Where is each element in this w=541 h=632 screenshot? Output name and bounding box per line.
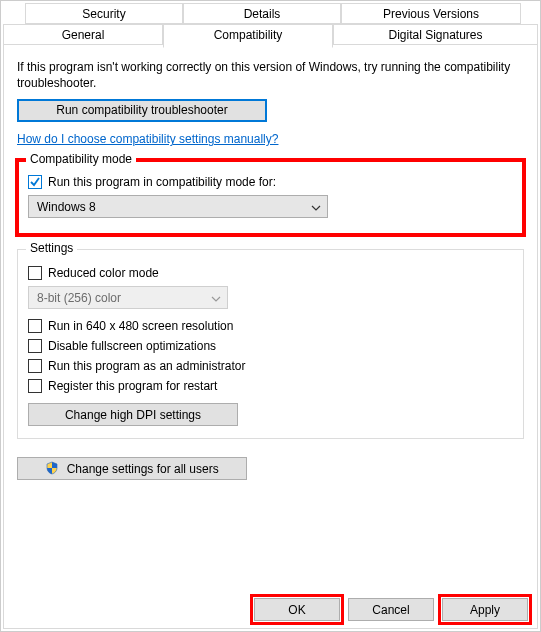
shield-icon: [45, 461, 59, 475]
group-legend: Settings: [26, 241, 77, 255]
run-640x480-checkbox[interactable]: [28, 319, 42, 333]
tab-label: Details: [244, 7, 281, 21]
tab-label: Previous Versions: [383, 7, 479, 21]
disable-fullscreen-checkbox[interactable]: [28, 339, 42, 353]
run-as-admin-checkbox[interactable]: [28, 359, 42, 373]
compat-mode-dropdown[interactable]: Windows 8: [28, 195, 328, 218]
button-label: Run compatibility troubleshooter: [56, 103, 227, 117]
tab-digital-signatures[interactable]: Digital Signatures: [333, 24, 538, 45]
checkbox-label: Run this program in compatibility mode f…: [48, 175, 276, 189]
tab-label: Compatibility: [214, 28, 283, 42]
change-all-users-button[interactable]: Change settings for all users: [17, 457, 247, 480]
button-label: Change settings for all users: [67, 462, 219, 476]
tab-details[interactable]: Details: [183, 3, 341, 24]
compatibility-panel: If this program isn't working correctly …: [3, 45, 538, 629]
reduced-color-checkbox[interactable]: [28, 266, 42, 280]
register-restart-checkbox[interactable]: [28, 379, 42, 393]
tab-label: Security: [82, 7, 125, 21]
tab-strip: Security Details Previous Versions Gener…: [3, 3, 538, 47]
tab-label: General: [62, 28, 105, 42]
compatibility-mode-group: Compatibility mode Run this program in c…: [17, 160, 524, 235]
tab-general[interactable]: General: [3, 24, 163, 45]
checkbox-label: Run in 640 x 480 screen resolution: [48, 319, 233, 333]
dropdown-value: Windows 8: [37, 200, 96, 214]
group-legend: Compatibility mode: [26, 152, 136, 166]
color-mode-dropdown: 8-bit (256) color: [28, 286, 228, 309]
intro-text: If this program isn't working correctly …: [17, 59, 524, 91]
tab-previous-versions[interactable]: Previous Versions: [341, 3, 521, 24]
button-label: Change high DPI settings: [65, 408, 201, 422]
chevron-down-icon: [211, 291, 221, 305]
manual-settings-link[interactable]: How do I choose compatibility settings m…: [17, 132, 278, 146]
checkbox-label: Run this program as an administrator: [48, 359, 245, 373]
tab-label: Digital Signatures: [388, 28, 482, 42]
checkbox-label: Reduced color mode: [48, 266, 159, 280]
dropdown-value: 8-bit (256) color: [37, 291, 121, 305]
settings-group: Settings Reduced color mode 8-bit (256) …: [17, 249, 524, 439]
change-high-dpi-button[interactable]: Change high DPI settings: [28, 403, 238, 426]
tab-security[interactable]: Security: [25, 3, 183, 24]
compat-mode-checkbox[interactable]: [28, 175, 42, 189]
chevron-down-icon: [311, 200, 321, 214]
run-troubleshooter-button[interactable]: Run compatibility troubleshooter: [17, 99, 267, 122]
checkbox-label: Disable fullscreen optimizations: [48, 339, 216, 353]
checkbox-label: Register this program for restart: [48, 379, 217, 393]
